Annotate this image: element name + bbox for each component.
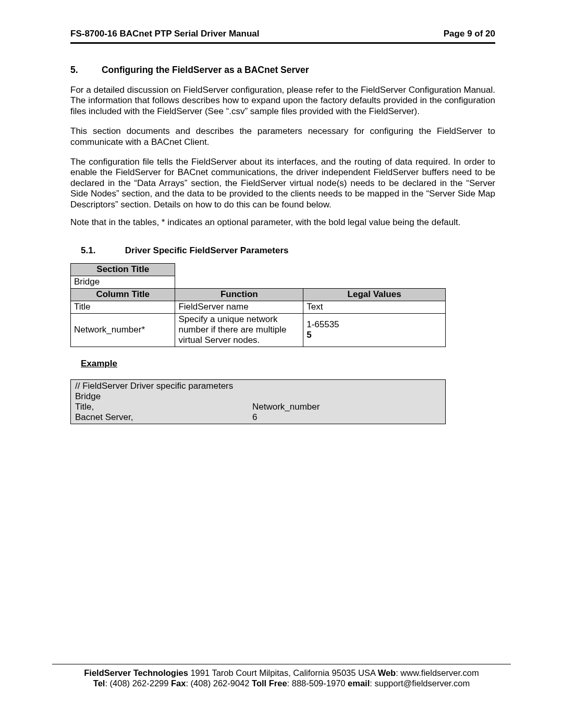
example-line-3b: Network_number [252, 402, 441, 412]
footer-tel-value: : (408) 262-2299 [105, 678, 171, 688]
footer-web-value: : www.fieldserver.com [396, 668, 479, 677]
section-5-1-title: Driver Specific FieldServer Parameters [125, 245, 289, 255]
section-5-1-heading: 5.1. Driver Specific FieldServer Paramet… [81, 245, 495, 256]
footer-toll-value: : 888-509-1970 [287, 678, 348, 688]
example-line-3: Title, Network_number [75, 402, 441, 412]
table-row: Title FieldServer name Text [71, 301, 446, 314]
table-cell-legal: Text [303, 301, 446, 314]
header-left: FS-8700-16 BACnet PTP Serial Driver Manu… [70, 29, 260, 39]
table-header-function: Function [175, 289, 303, 301]
section-5-1-number: 5.1. [81, 245, 123, 256]
footer-email-label: email [348, 678, 370, 688]
footer-email-value: : support@fieldserver.com [370, 678, 470, 688]
page-footer: FieldServer Technologies 1991 Tarob Cour… [52, 664, 511, 689]
section-5-para-4: Note that in the tables, * indicates an … [70, 217, 495, 228]
table-cell-func: Specify a unique network number if there… [175, 314, 303, 347]
section-5-para-2: This section documents and describes the… [70, 126, 495, 147]
footer-tel-label: Tel [93, 678, 105, 688]
section-5: 5. Configuring the FieldServer as a BACn… [70, 65, 495, 228]
section-5-heading: 5. Configuring the FieldServer as a BACn… [70, 65, 495, 76]
table-empty-cell [175, 276, 446, 289]
example-line-4: Bacnet Server, 6 [75, 412, 441, 423]
section-5-para-3: The configuration file tells the FieldSe… [70, 157, 495, 210]
example-line-1: // FieldServer Driver specific parameter… [75, 381, 441, 391]
example-line-4b: 6 [252, 412, 441, 423]
table-cell-func: FieldServer name [175, 301, 303, 314]
table-row: Network_number* Specify a unique network… [71, 314, 446, 347]
footer-address: 1991 Tarob Court Milpitas, California 95… [188, 668, 378, 677]
table-header-legal-values: Legal Values [303, 289, 446, 301]
section-5-number: 5. [70, 65, 99, 76]
example-box: // FieldServer Driver specific parameter… [70, 379, 446, 424]
example-label: Example [81, 359, 495, 369]
footer-company: FieldServer Technologies [84, 668, 188, 677]
legal-range: 1-65535 [307, 319, 339, 329]
legal-default: 5 [307, 330, 311, 340]
table-empty-cell [175, 264, 446, 276]
table-cell-legal: 1-65535 5 [303, 314, 446, 347]
section-5-para-1: For a detailed discussion on FieldServer… [70, 85, 495, 117]
table-header-section-title: Section Title [71, 264, 175, 276]
footer-fax-label: Fax [171, 678, 186, 688]
header-right: Page 9 of 20 [444, 29, 495, 39]
example-line-3a: Title, [75, 402, 252, 412]
parameters-table: Section Title Bridge Column Title Functi… [70, 263, 446, 347]
table-cell-col: Title [71, 301, 175, 314]
document-page: FS-8700-16 BACnet PTP Serial Driver Manu… [0, 0, 563, 728]
footer-toll-label: Toll Free [252, 678, 287, 688]
example-line-2: Bridge [75, 391, 441, 402]
table-bridge-row: Bridge [71, 276, 175, 289]
table-header-column-title: Column Title [71, 289, 175, 301]
table-cell-col: Network_number* [71, 314, 175, 347]
footer-line-1: FieldServer Technologies 1991 Tarob Cour… [52, 668, 511, 678]
footer-line-2: Tel: (408) 262-2299 Fax: (408) 262-9042 … [52, 678, 511, 689]
section-5-title: Configuring the FieldServer as a BACnet … [102, 65, 309, 75]
page-header: FS-8700-16 BACnet PTP Serial Driver Manu… [70, 29, 495, 44]
footer-web-label: Web [378, 668, 396, 677]
example-line-4a: Bacnet Server, [75, 412, 252, 423]
footer-fax-value: : (408) 262-9042 [186, 678, 252, 688]
